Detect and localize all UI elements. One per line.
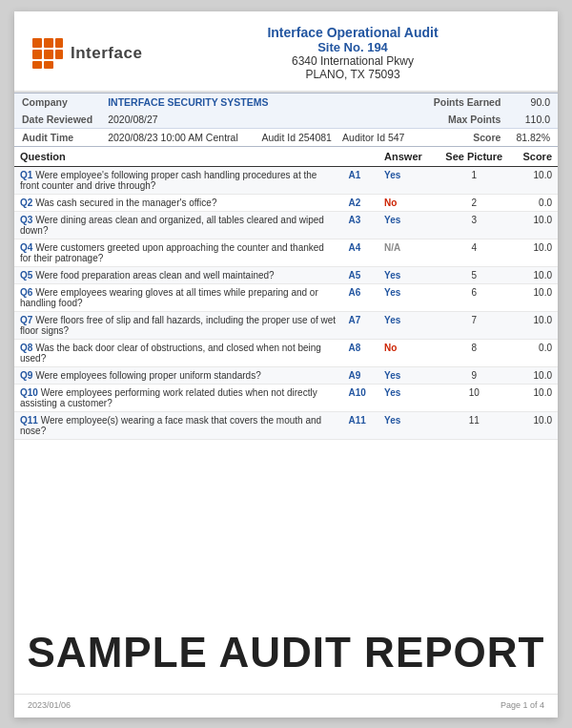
audit-id-value: 254081 [298, 132, 332, 143]
col-score: Score [510, 147, 558, 167]
answer-code: A2 [343, 195, 379, 212]
info-row-audit: Audit Time 2020/08/23 10:00 AM Central A… [14, 129, 558, 147]
audit-time-value: 2020/08/23 10:00 AM Central [100, 129, 254, 147]
questions-section: Question Answer See Picture Score Q1 Wer… [14, 147, 558, 602]
question-body: Was cash secured in the manager's office… [35, 198, 216, 208]
svg-rect-6 [55, 38, 63, 48]
table-row: Q7 Were floors free of slip and fall haz… [14, 312, 558, 340]
see-picture-value: 10 [439, 385, 510, 412]
svg-rect-5 [44, 61, 53, 69]
footer-date: 2023/01/06 [28, 700, 71, 710]
table-row: Q4 Were customers greeted upon approachi… [14, 239, 558, 267]
question-number: Q9 [20, 370, 32, 381]
question-text: Q4 Were customers greeted upon approachi… [14, 239, 343, 267]
score-value: 10.0 [510, 385, 558, 412]
table-row: Q6 Were employees wearing gloves at all … [14, 284, 558, 312]
points-earned-label: Points Earned [421, 94, 509, 112]
see-picture-value: 11 [439, 412, 510, 440]
answer-code: A6 [343, 284, 379, 312]
answer-value: Yes [378, 412, 439, 440]
date-reviewed-value: 2020/08/27 [100, 111, 421, 129]
question-number: Q7 [20, 315, 32, 325]
table-row: Q11 Were employee(s) wearing a face mask… [14, 412, 558, 440]
report-title-line3b: PLANO, TX 75093 [165, 68, 541, 81]
question-text: Q2 Was cash secured in the manager's off… [14, 195, 343, 212]
question-number: Q2 [20, 198, 32, 208]
question-body: Were floors free of slip and fall hazard… [20, 315, 336, 336]
svg-rect-3 [44, 50, 53, 59]
score-value: 10.0 [510, 167, 558, 195]
question-text: Q9 Were employees following proper unifo… [14, 367, 343, 385]
question-text: Q5 Were food preparation areas clean and… [14, 267, 343, 284]
points-earned-value: 90.0 [508, 94, 558, 112]
auditor-id-value: 547 [388, 132, 405, 143]
auditor-id-label: Auditor Id [342, 132, 385, 143]
see-picture-value: 8 [439, 340, 510, 367]
score-value: 10.0 [510, 367, 558, 385]
table-header-row: Question Answer See Picture Score [14, 147, 558, 167]
score-value: 10.0 [510, 212, 558, 239]
answer-value: Yes [378, 212, 439, 239]
answer-value: Yes [378, 267, 439, 284]
question-body: Were food preparation areas clean and we… [35, 270, 275, 281]
info-row-date: Date Reviewed 2020/08/27 Max Points 110.… [14, 111, 558, 129]
question-text: Q7 Were floors free of slip and fall haz… [14, 312, 343, 340]
question-body: Were employees performing work related d… [20, 387, 317, 408]
max-points-value: 110.0 [508, 111, 558, 129]
see-picture-value: 7 [439, 312, 510, 340]
answer-code: A4 [343, 239, 379, 267]
col-blank [343, 147, 379, 167]
audit-time-label: Audit Time [14, 129, 100, 147]
logo-area: Interface [31, 37, 165, 70]
question-body: Were employees following proper uniform … [35, 370, 261, 381]
question-text: Q6 Were employees wearing gloves at all … [14, 284, 343, 312]
info-table: Company INTERFACE SECURITY SYSTEMS Point… [14, 93, 558, 147]
svg-rect-4 [32, 61, 42, 69]
audit-id-label: Audit Id [261, 132, 296, 143]
table-row: Q3 Were dining areas clean and organized… [14, 212, 558, 239]
question-body: Were employee(s) wearing a face mask tha… [20, 415, 321, 436]
answer-code: A7 [343, 312, 379, 340]
report-title-line2: Site No. 194 [165, 40, 541, 54]
company-label: Company [14, 94, 100, 112]
interface-logo-icon [31, 37, 64, 70]
report-title-line1: Interface Operational Audit [165, 25, 541, 40]
logo-text: Interface [71, 44, 142, 63]
question-body: Was the back door clear of obstructions,… [20, 343, 321, 364]
score-value: 0.0 [510, 340, 558, 367]
table-row: Q9 Were employees following proper unifo… [14, 367, 558, 385]
see-picture-value: 5 [439, 267, 510, 284]
score-value: 10.0 [510, 312, 558, 340]
answer-value: Yes [378, 312, 439, 340]
score-value: 10.0 [510, 267, 558, 284]
answer-value: Yes [378, 367, 439, 385]
see-picture-value: 9 [439, 367, 510, 385]
answer-code: A3 [343, 212, 379, 239]
see-picture-value: 6 [439, 284, 510, 312]
max-points-label: Max Points [421, 111, 509, 129]
question-text: Q1 Were employee's following proper cash… [14, 167, 343, 195]
question-body: Were employee's following proper cash ha… [20, 170, 317, 191]
question-text: Q8 Was the back door clear of obstructio… [14, 340, 343, 367]
score-value: 10.0 [510, 412, 558, 440]
report-title-line3a: 6340 International Pkwy [165, 54, 541, 68]
table-row: Q5 Were food preparation areas clean and… [14, 267, 558, 284]
table-row: Q10 Were employees performing work relat… [14, 385, 558, 412]
score-value: 10.0 [510, 284, 558, 312]
see-picture-value: 1 [439, 167, 510, 195]
see-picture-value: 2 [439, 195, 510, 212]
score-value: 0.0 [510, 195, 558, 212]
svg-rect-1 [44, 38, 53, 48]
table-row: Q2 Was cash secured in the manager's off… [14, 195, 558, 212]
question-number: Q4 [20, 242, 32, 253]
score-value: 81.82% [508, 129, 558, 147]
question-number: Q5 [20, 270, 32, 281]
answer-value: Yes [378, 167, 439, 195]
answer-code: A9 [343, 367, 379, 385]
sample-watermark: SAMPLE AUDIT REPORT [14, 602, 558, 694]
table-row: Q8 Was the back door clear of obstructio… [14, 340, 558, 367]
svg-rect-2 [32, 50, 42, 59]
question-number: Q6 [20, 287, 32, 298]
score-label: Score [421, 129, 509, 147]
answer-value: No [378, 340, 439, 367]
